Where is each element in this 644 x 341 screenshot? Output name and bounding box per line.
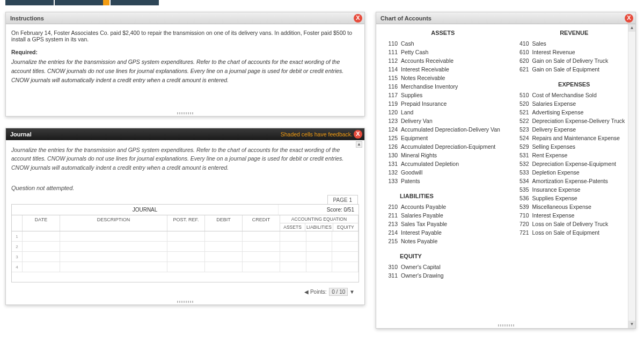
top-tab-2[interactable] <box>55 0 103 5</box>
account-title: Gain on Sale of Equipment <box>532 66 600 72</box>
account-title: Delivery Van <box>401 118 433 124</box>
coa-body: ASSETS 110Cash111Petty Cash112Accounts R… <box>376 24 635 328</box>
postref-cell[interactable] <box>167 231 205 241</box>
liabilities-cell[interactable] <box>306 242 333 251</box>
col-equity: EQUITY <box>333 223 358 231</box>
coa-item: 211Salaries Payable <box>384 211 502 220</box>
resize-handle-icon[interactable] <box>177 301 193 303</box>
account-title: Owner's Capital <box>401 264 441 270</box>
resize-handle-icon[interactable] <box>177 112 193 114</box>
assets-cell[interactable] <box>280 242 306 251</box>
page-tab[interactable]: PAGE 1 <box>327 195 358 204</box>
postref-cell[interactable] <box>167 242 205 251</box>
debit-cell[interactable] <box>205 242 243 251</box>
liabilities-cell[interactable] <box>306 231 333 241</box>
equity-cell[interactable] <box>332 262 358 272</box>
scroll-up-icon[interactable]: ▲ <box>356 141 362 148</box>
close-icon[interactable]: X <box>625 14 633 23</box>
account-number: 620 <box>515 57 529 64</box>
liabilities-cell[interactable] <box>306 252 333 262</box>
credit-cell[interactable] <box>243 252 280 262</box>
assets-cell[interactable] <box>280 231 306 241</box>
coa-item: 510Cost of Merchandise Sold <box>515 91 634 99</box>
coa-item: 120Land <box>384 108 502 117</box>
coa-item: 520Salaries Expense <box>515 99 634 108</box>
date-cell[interactable] <box>23 252 60 262</box>
top-tab-3[interactable] <box>111 0 159 5</box>
close-icon[interactable]: X <box>354 14 362 23</box>
coa-item: 536Supplies Expense <box>515 194 634 202</box>
account-title: Supplies Expense <box>532 195 577 201</box>
credit-cell[interactable] <box>243 231 280 241</box>
credit-cell[interactable] <box>243 262 280 272</box>
account-title: Depreciation Expense-Delivery Truck <box>532 118 625 124</box>
journal-title: Journal <box>10 131 32 137</box>
table-row: 3 <box>12 252 358 262</box>
description-cell[interactable] <box>60 252 167 262</box>
account-title: Advertising Expense <box>532 109 584 115</box>
credit-cell[interactable] <box>243 242 280 251</box>
account-number: 520 <box>515 100 529 107</box>
required-label: Required: <box>11 49 359 55</box>
scroll-down-icon[interactable]: ▼ <box>628 321 635 328</box>
expenses-heading: EXPENSES <box>515 81 634 88</box>
account-title: Owner's Drawing <box>401 272 444 279</box>
account-title: Notes Payable <box>401 238 437 244</box>
account-title: Interest Revenue <box>532 49 575 55</box>
close-icon[interactable]: X <box>354 130 362 139</box>
description-cell[interactable] <box>60 231 167 241</box>
postref-cell[interactable] <box>167 252 205 262</box>
coa-item: 720Loss on Sale of Delivery Truck <box>515 220 634 228</box>
account-number: 523 <box>515 126 529 133</box>
top-tab-1[interactable] <box>5 0 54 5</box>
feedback-label: Shaded cells have feedback. <box>281 130 353 138</box>
account-title: Land <box>401 109 413 115</box>
account-title: Sales Tax Payable <box>401 221 447 227</box>
top-tab-active-marker[interactable] <box>103 0 109 5</box>
liabilities-cell[interactable] <box>306 262 333 272</box>
account-number: 132 <box>384 169 398 176</box>
account-number: 112 <box>384 57 398 64</box>
account-title: Goodwill <box>401 169 422 176</box>
account-number: 115 <box>384 75 398 81</box>
equity-heading: EQUITY <box>400 253 502 259</box>
coa-item: 116Merchandise Inventory <box>384 82 502 91</box>
date-cell[interactable] <box>23 242 60 251</box>
description-cell[interactable] <box>60 242 167 251</box>
date-cell[interactable] <box>23 262 60 272</box>
postref-cell[interactable] <box>167 262 205 272</box>
equity-cell[interactable] <box>332 231 358 241</box>
account-number: 720 <box>515 221 529 227</box>
scroll-up-icon[interactable]: ▲ <box>628 24 635 32</box>
debit-cell[interactable] <box>205 262 243 272</box>
equity-cell[interactable] <box>332 252 358 262</box>
account-title: Notes Receivable <box>401 75 445 81</box>
account-number: 126 <box>384 143 398 150</box>
journal-column-headers: DATE DESCRIPTION POST. REF. DEBIT CREDIT… <box>12 215 358 231</box>
equity-cell[interactable] <box>332 242 358 251</box>
assets-cell[interactable] <box>280 252 306 262</box>
coa-item: 311Owner's Drawing <box>384 271 502 280</box>
top-tabs <box>0 0 644 5</box>
account-number: 111 <box>384 49 398 55</box>
date-cell[interactable] <box>23 231 60 241</box>
debit-cell[interactable] <box>205 252 243 262</box>
assets-cell[interactable] <box>280 262 306 272</box>
coa-item: 621Gain on Sale of Equipment <box>515 65 634 74</box>
coa-item: 126Accumulated Depreciation-Equipment <box>384 142 502 151</box>
account-number: 621 <box>515 66 529 72</box>
account-title: Miscellaneous Expense <box>532 204 591 210</box>
account-title: Salaries Payable <box>401 212 443 219</box>
account-title: Rent Expense <box>532 152 568 158</box>
description-cell[interactable] <box>60 262 167 272</box>
coa-scrollbar[interactable]: ▲ ▼ <box>628 24 635 328</box>
debit-cell[interactable] <box>205 231 243 241</box>
account-title: Gain on Sale of Delivery Truck <box>532 57 609 64</box>
account-title: Salaries Expense <box>532 100 576 107</box>
resize-handle-icon[interactable] <box>498 324 514 327</box>
account-number: 213 <box>384 221 398 227</box>
account-title: Amortization Expense-Patents <box>532 178 608 184</box>
coa-item: 119Prepaid Insurance <box>384 99 502 108</box>
coa-item: 133Patents <box>384 177 502 185</box>
coa-header: Chart of Accounts X <box>376 12 635 24</box>
